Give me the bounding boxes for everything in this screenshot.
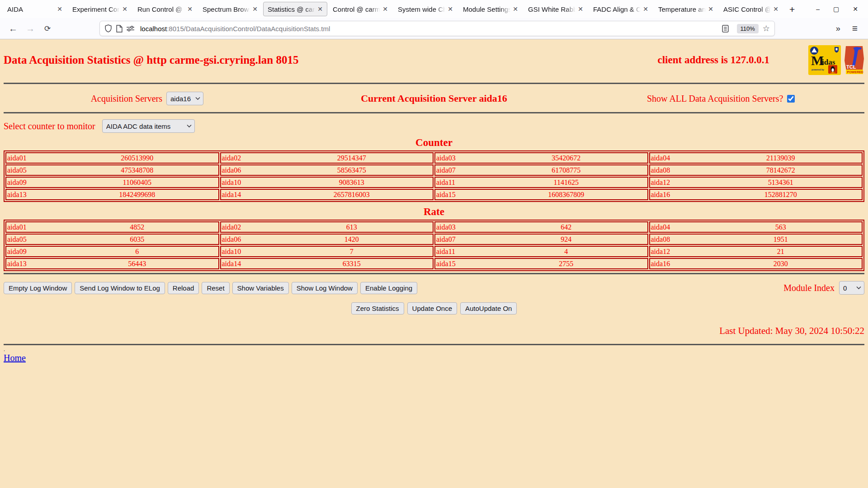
rate-table: aida014852aida02613aida03642aida04563aid…: [4, 220, 864, 271]
divider: [4, 344, 864, 345]
channel-value: 5134361: [701, 178, 861, 187]
send-log-to-elog-button[interactable]: Send Log Window to ELog: [75, 282, 165, 294]
close-tab-icon[interactable]: ✕: [513, 6, 518, 12]
close-tab-icon[interactable]: ✕: [317, 6, 323, 12]
browser-tab[interactable]: Temperature and✕: [654, 2, 718, 16]
divider: [4, 83, 864, 84]
stats-cell: aida107: [220, 246, 434, 257]
browser-tab[interactable]: Control @ carme✕: [328, 2, 392, 16]
stats-cell: aida096: [5, 246, 219, 257]
midas-logo[interactable]: M idas powered by LINUX: [808, 45, 841, 75]
close-tab-icon[interactable]: ✕: [382, 6, 388, 12]
show-all-checkbox[interactable]: [787, 95, 795, 103]
stats-cell: aida081951: [649, 234, 863, 245]
reload-icon[interactable]: ⟳: [39, 24, 56, 33]
channel-value: 6035: [57, 235, 217, 244]
url-text[interactable]: localhost:8015/DataAcquisitionControl/Da…: [140, 25, 330, 33]
window-controls: – ▢ ✕: [816, 6, 865, 12]
acquisition-servers-label: Acquisition Servers: [91, 94, 162, 104]
overflow-menu-icon[interactable]: »: [830, 24, 846, 33]
close-tab-icon[interactable]: ✕: [187, 6, 193, 12]
close-tab-icon[interactable]: ✕: [252, 6, 258, 12]
empty-log-window-button[interactable]: Empty Log Window: [4, 282, 72, 294]
reload-button[interactable]: Reload: [168, 282, 199, 294]
show-variables-button[interactable]: Show Variables: [232, 282, 289, 294]
tab-label: System wide Che: [398, 5, 446, 13]
channel-label: aida03: [436, 154, 486, 162]
home-link[interactable]: Home: [4, 353, 26, 363]
update-button-row: Zero Statistics Update Once AutoUpdate O…: [4, 302, 864, 314]
stats-cell: aida05475348708: [5, 164, 219, 176]
close-tab-icon[interactable]: ✕: [773, 6, 778, 12]
channel-value: 1141625: [486, 178, 646, 187]
channel-value: 35420672: [486, 154, 646, 162]
forward-icon[interactable]: →: [22, 23, 39, 34]
browser-tab[interactable]: AIDA✕: [3, 2, 67, 16]
browser-tab[interactable]: Module Settings✕: [458, 2, 523, 16]
stats-row: aida01260513990aida0229514347aida0335420…: [5, 152, 863, 164]
server-row: Acquisition Servers aida16 Current Acqui…: [4, 92, 864, 105]
browser-tab[interactable]: Spectrum Browse✕: [198, 2, 262, 16]
tab-label: Module Settings: [463, 5, 511, 13]
channel-label: aida03: [436, 223, 486, 231]
zero-statistics-button[interactable]: Zero Statistics: [351, 302, 404, 314]
autoupdate-on-button[interactable]: AutoUpdate On: [460, 302, 517, 314]
browser-tab[interactable]: FADC Align & Co✕: [589, 2, 653, 16]
acquisition-server-select[interactable]: aida16: [166, 92, 203, 105]
back-icon[interactable]: ←: [5, 23, 22, 34]
tcl-powered-logo[interactable]: TCL POWERED: [844, 45, 864, 75]
app-menu-icon[interactable]: ≡: [846, 23, 863, 34]
close-window-icon[interactable]: ✕: [853, 6, 858, 12]
shield-icon[interactable]: [104, 24, 112, 33]
channel-label: aida06: [222, 235, 272, 244]
page-header: Data Acquisition Statistics @ http carme…: [4, 39, 864, 75]
stats-cell: aida0229514347: [220, 152, 434, 164]
new-tab-button[interactable]: +: [784, 2, 800, 16]
channel-value: 4: [486, 248, 646, 256]
reader-mode-icon[interactable]: [722, 25, 729, 33]
close-tab-icon[interactable]: ✕: [643, 6, 648, 12]
bookmark-star-icon[interactable]: ☆: [763, 23, 770, 33]
browser-tab[interactable]: System wide Che✕: [393, 2, 458, 16]
channel-label: aida09: [7, 178, 57, 187]
reset-button[interactable]: Reset: [202, 282, 229, 294]
close-tab-icon[interactable]: ✕: [708, 6, 713, 12]
close-tab-icon[interactable]: ✕: [122, 6, 127, 12]
channel-label: aida13: [7, 191, 57, 199]
enable-logging-button[interactable]: Enable Logging: [360, 282, 417, 294]
browser-tab[interactable]: GSI White Rabbit✕: [524, 2, 588, 16]
stats-cell: aida02613: [220, 221, 434, 233]
minimize-window-icon[interactable]: –: [816, 6, 820, 12]
maximize-window-icon[interactable]: ▢: [833, 6, 839, 12]
counter-select-row: Select counter to monitor AIDA ADC data …: [4, 119, 864, 133]
channel-value: 642: [486, 223, 646, 231]
browser-tab[interactable]: Statistics @ carm✕: [263, 2, 327, 16]
browser-tab[interactable]: Experiment Contr✕: [68, 2, 132, 16]
zoom-level-badge[interactable]: 110%: [737, 24, 759, 33]
counter-type-select[interactable]: AIDA ADC data items: [102, 119, 195, 133]
channel-value: 63315: [272, 260, 432, 268]
tab-label: Run Control @ ca: [137, 5, 186, 13]
channel-label: aida13: [7, 260, 57, 268]
close-tab-icon[interactable]: ✕: [57, 6, 62, 12]
browser-tab[interactable]: Run Control @ ca✕: [133, 2, 197, 16]
show-log-window-button[interactable]: Show Log Window: [292, 282, 358, 294]
close-tab-icon[interactable]: ✕: [448, 6, 453, 12]
client-address: client address is 127.0.0.1: [658, 54, 769, 66]
counter-table: aida01260513990aida0229514347aida0335420…: [4, 150, 864, 202]
update-once-button[interactable]: Update Once: [407, 302, 457, 314]
url-bar[interactable]: localhost:8015/DataAcquisitionControl/Da…: [99, 21, 775, 36]
footer-dot: .: [4, 347, 864, 352]
browser-tab[interactable]: ASIC Control @ c✕: [719, 2, 783, 16]
show-all-label: Show ALL Data Acquisition Servers?: [647, 94, 783, 104]
close-tab-icon[interactable]: ✕: [578, 6, 583, 12]
module-index-select[interactable]: 0: [839, 281, 864, 295]
channel-label: aida05: [7, 166, 57, 174]
channel-label: aida15: [436, 191, 486, 199]
permissions-sliders-icon[interactable]: [127, 25, 134, 32]
stats-cell: aida1463315: [220, 258, 434, 269]
current-server-group: Current Acquisition Server aida16: [291, 93, 578, 104]
logo-group: M idas powered by LINUX TCL: [808, 45, 864, 75]
page-info-icon[interactable]: [116, 25, 123, 33]
log-button-row: Empty Log Window Send Log Window to ELog…: [4, 281, 864, 295]
